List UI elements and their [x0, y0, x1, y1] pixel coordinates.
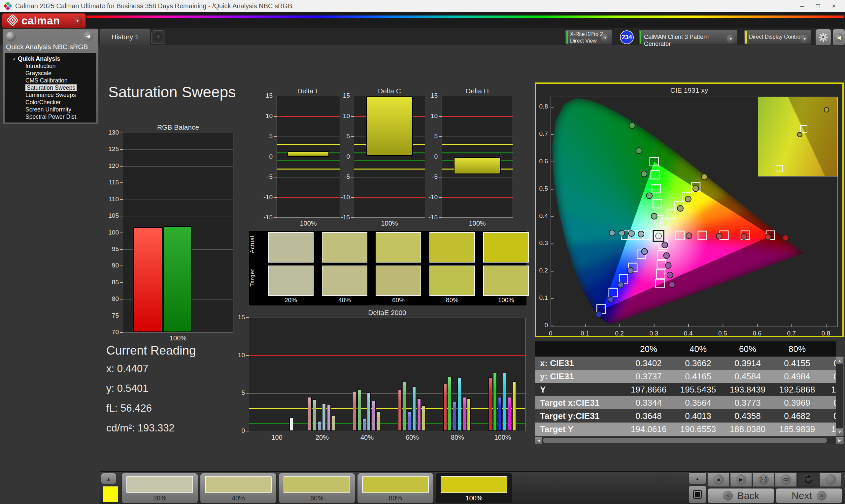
pattern-button-60%[interactable]: 60% [279, 473, 355, 503]
rgb-bar-red [133, 227, 163, 332]
cie-measured-point [642, 249, 648, 255]
cie-xtick: 0.8 [816, 330, 836, 337]
cie-xtick: 0.3 [644, 330, 664, 337]
window-pattern-button[interactable] [689, 486, 706, 503]
rgb-ytick: 85 [102, 279, 119, 286]
delta-gridline [442, 177, 513, 178]
cie-measured-point [638, 231, 644, 237]
deltae-bar [489, 377, 492, 431]
table-cell: 0.3737 [624, 370, 673, 383]
cie-measured-point [619, 230, 625, 236]
table-row[interactable]: Target Y194.0616190.6553188.0380185.9839… [535, 422, 836, 436]
inset-target-square [800, 125, 807, 132]
table-cell: 0.3914 [723, 357, 772, 370]
deltae-ytick: 15 [231, 314, 245, 321]
pattern-button-20%[interactable]: 20% [122, 473, 198, 503]
table-row[interactable]: x: CIE310.34020.36620.39140.41550.4407 [535, 357, 836, 370]
minimize-button[interactable]: – [794, 0, 810, 12]
table-hscrollbar[interactable]: ◀ ▶ [535, 437, 844, 444]
sidebar-item-grayscale[interactable]: Grayscale [5, 70, 96, 77]
delta-h-xlabel: 100% [442, 220, 513, 227]
stop-button[interactable]: ■ [708, 472, 729, 487]
play-button[interactable]: ▶ [730, 472, 752, 487]
deltae-bar [422, 406, 425, 431]
tree-root[interactable]: Quick Analysis [5, 55, 96, 62]
continuous-read-button[interactable]: ∞ [775, 472, 797, 487]
table-row-label: Target Y [535, 422, 629, 436]
hscroll-thumb[interactable] [543, 438, 827, 443]
cie-measured-point [782, 235, 789, 241]
tree-expander-icon[interactable] [12, 57, 15, 60]
meter-dropdown[interactable]: X-Rite i1Pro 2 Direct View ▼ [565, 30, 612, 45]
sidebar-item-cms-calibration[interactable]: CMS Calibration [5, 77, 96, 84]
color-swatch [429, 232, 475, 263]
delta-bar [366, 96, 413, 156]
scroll-left-icon[interactable]: ◀ [535, 437, 542, 444]
delta-ytick: 10 [422, 112, 438, 120]
delta-ytick: 5 [422, 132, 438, 140]
table-cell: 0.3564 [673, 396, 723, 409]
cie-measured-point [641, 171, 647, 177]
table-vscrollbar[interactable]: ▲ ▼ [836, 357, 844, 436]
pattern-button-40%[interactable]: 40% [200, 473, 277, 503]
generator-status-strip [640, 31, 641, 43]
table-row[interactable]: y: CIE310.37370.41650.45840.49840.5401 [535, 370, 836, 383]
cie-xtick: 0 [541, 330, 561, 337]
cie-xtick: 0.1 [575, 330, 595, 337]
tab-history-1[interactable]: History 1 [100, 29, 150, 45]
delta-ytick: -15 [334, 214, 350, 221]
tree-root-label: Quick Analysis [18, 55, 60, 62]
rgb-ytickmark [120, 182, 123, 183]
settings-button[interactable] [815, 29, 831, 46]
add-tab-button[interactable]: + [151, 30, 165, 43]
deltae-bar [367, 393, 371, 431]
sidebar-item-introduction[interactable]: Introduction [5, 62, 96, 70]
sidebar-collapse-button[interactable]: ◀ [83, 31, 95, 42]
next-button[interactable]: Next » [776, 488, 842, 503]
back-button[interactable]: « Back [708, 488, 774, 503]
pattern-swatch [284, 476, 350, 493]
meter-count-badge[interactable]: 234 [620, 30, 634, 44]
table-row[interactable]: Target x:CIE310.33440.35640.37730.39690.… [535, 396, 836, 409]
cie-measured-point [686, 233, 692, 239]
swatch-col-label: 20% [268, 296, 314, 304]
read-series-button[interactable]: [··] [753, 472, 774, 487]
deltae-bar [417, 398, 421, 431]
play-icon: ▶ [736, 474, 746, 485]
delta-gridline [354, 177, 425, 178]
calman-menu-button[interactable]: calman ▼ [2, 13, 86, 29]
sidebar-dot-button[interactable] [6, 32, 16, 41]
sidebar-item-spectral-power-dist-[interactable]: Spectral Power Dist. [5, 113, 96, 120]
scroll-down-icon[interactable]: ▼ [836, 429, 843, 436]
scroll-right-icon[interactable]: ▶ [836, 437, 843, 444]
sidebar-item-luminance-sweeps[interactable]: Luminance Sweeps [5, 91, 96, 98]
ref-line [354, 168, 425, 169]
rgb-ytickmark [120, 316, 123, 316]
pattern-button-100%[interactable]: 100% [436, 473, 512, 503]
collapse-right-panel-button[interactable]: ◀ [832, 29, 845, 46]
sidebar-item-screen-uniformity[interactable]: Screen Uniformity [5, 106, 96, 113]
deltae-group-label: 100 [257, 434, 297, 441]
cie-measured-point [685, 196, 691, 202]
sidebar-item-colorchecker[interactable]: ColorChecker [5, 98, 96, 106]
sidebar-item-saturation-sweeps[interactable]: Saturation Sweeps [5, 84, 96, 91]
close-button[interactable]: × [826, 0, 842, 12]
generator-dropdown[interactable]: CalMAN Client 3 Pattern Generator ▼ [638, 30, 737, 45]
window-title: Calman 2025 Calman Ultimate for Business… [15, 2, 292, 10]
table-row[interactable]: Target y:CIE310.36480.40130.43580.46820.… [535, 409, 836, 422]
sync-button[interactable] [797, 472, 819, 487]
delta-ytick: 0 [257, 153, 272, 160]
table-row[interactable]: Y197.8666195.5435193.8439192.5868193.332 [535, 383, 836, 396]
deltae-group-label: 40% [347, 434, 387, 441]
scroll-up-icon[interactable]: ▲ [836, 357, 843, 364]
delta-ytick: 5 [257, 132, 272, 140]
extra-button[interactable] [820, 472, 842, 487]
display-control-dropdown[interactable]: Direct Display Control ▼ [744, 30, 811, 45]
pattern-scroll-up-button[interactable]: ▲ [101, 473, 116, 484]
cie-xtick: 0.6 [747, 330, 767, 337]
rgb-ytick: 125 [102, 145, 119, 153]
maximize-button[interactable]: □ [810, 0, 826, 12]
meter-up-button[interactable]: ▲ [689, 472, 706, 484]
pattern-button-80%[interactable]: 80% [357, 473, 434, 503]
deltae-plot [249, 318, 526, 431]
